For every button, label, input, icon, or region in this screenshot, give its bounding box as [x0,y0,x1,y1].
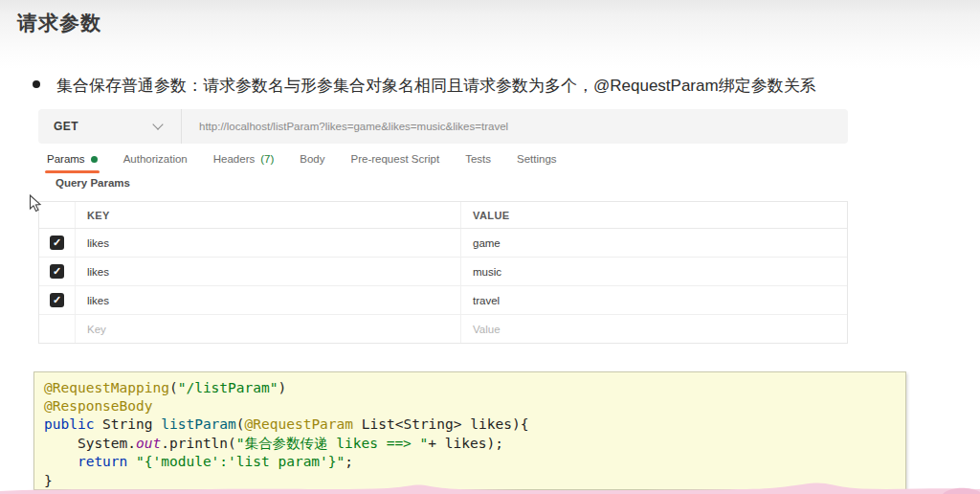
params-active-dot-icon [91,156,98,163]
table-row-new: KeyValue [39,315,847,343]
tab-label: Authorization [123,153,188,165]
key-cell[interactable]: likes [76,286,461,314]
query-params-label: Query Params [56,177,130,189]
code-line: @RequestMapping("/listParam") [44,379,896,397]
method-label: GET [54,120,78,133]
value-cell[interactable]: travel [461,286,847,314]
tab-pre-request-script[interactable]: Pre-request Script [351,153,440,173]
code-block: @RequestMapping("/listParam")@ResponseBo… [33,371,906,490]
slide: 请求参数 集合保存普通参数：请求参数名与形参集合对象名相同且请求参数为多个，@R… [0,0,980,494]
tab-authorization[interactable]: Authorization [123,153,188,173]
value-input-placeholder[interactable]: Value [461,315,847,343]
table-header-row: KEY VALUE [39,202,847,229]
value-cell[interactable]: game [461,229,847,257]
tab-label: Body [300,153,324,165]
request-url-bar: GET http://localhost/listParam?likes=gam… [38,109,848,144]
table-row: ✓likesgame [39,229,847,258]
method-select[interactable]: GET [38,109,182,144]
checkbox-checked[interactable]: ✓ [50,264,64,279]
header-checkbox-cell [39,202,76,228]
table-row: ✓likesmusic [39,258,847,286]
active-tab-underline [45,170,100,173]
tab-label: Tests [465,153,491,165]
page-title: 请求参数 [17,10,101,36]
tab-tests[interactable]: Tests [465,153,491,173]
table-body: ✓likesgame✓likesmusic✓likestravelKeyValu… [39,229,847,343]
bullet-icon [33,80,40,88]
row-checkbox-cell [39,315,76,343]
key-cell[interactable]: likes [76,229,461,257]
tab-params[interactable]: Params [47,153,98,173]
code-line: @ResponseBody [44,397,896,415]
pink-wave-decoration [0,481,980,494]
value-cell[interactable]: music [461,258,847,285]
key-input-placeholder[interactable]: Key [76,315,461,343]
params-table: KEY VALUE ✓likesgame✓likesmusic✓likestra… [38,201,848,344]
tab-label: Headers [213,153,255,165]
tab-settings[interactable]: Settings [517,153,557,173]
tab-label: Pre-request Script [351,153,440,165]
tab-label: Settings [517,153,557,165]
row-checkbox-cell: ✓ [39,229,76,257]
tab-body[interactable]: Body [300,153,324,173]
code-line: public String listParam(@RequestParam Li… [44,415,896,434]
table-row: ✓likestravel [39,286,847,315]
code-line: return "{'module':'list param'}"; [44,453,896,471]
header-value: VALUE [461,202,847,228]
row-checkbox-cell: ✓ [39,258,76,285]
bullet-text: 集合保存普通参数：请求参数名与形参集合对象名相同且请求参数为多个，@Reques… [56,75,816,97]
chevron-down-icon [152,119,163,129]
request-tabs: ParamsAuthorizationHeaders(7)BodyPre-req… [47,153,557,173]
code-line: System.out.println("集合参数传递 likes ==> "+ … [44,435,896,453]
bullet-item: 集合保存普通参数：请求参数名与形参集合对象名相同且请求参数为多个，@Reques… [33,75,961,97]
header-key: KEY [76,202,461,228]
postman-panel: GET http://localhost/listParam?likes=gam… [38,109,848,337]
checkbox-checked[interactable]: ✓ [50,293,64,307]
key-cell[interactable]: likes [76,258,461,285]
headers-count-badge: (7) [260,153,274,165]
tab-label: Params [47,153,85,165]
tab-headers[interactable]: Headers(7) [213,153,275,173]
row-checkbox-cell: ✓ [39,286,76,314]
checkbox-checked[interactable]: ✓ [50,236,64,250]
mouse-cursor-icon [29,194,42,213]
url-input[interactable]: http://localhost/listParam?likes=game&li… [182,121,508,132]
